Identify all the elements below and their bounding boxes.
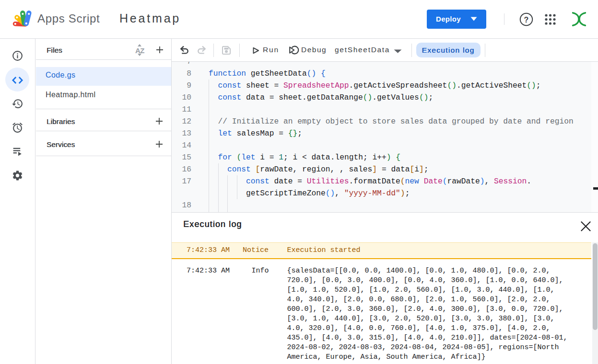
svg-text:?: ? bbox=[524, 16, 529, 24]
